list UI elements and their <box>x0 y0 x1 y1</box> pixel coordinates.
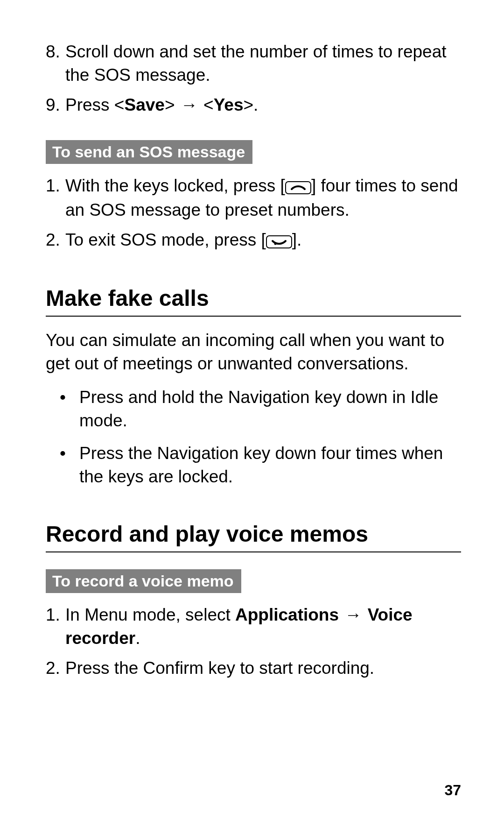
step-text: In Menu mode, select Applications → Voic… <box>65 603 461 650</box>
manual-page: 8. Scroll down and set the number of tim… <box>0 0 504 827</box>
fake-calls-intro: You can simulate an incoming call when y… <box>46 329 461 375</box>
step-number: 1. <box>46 174 65 222</box>
step-number: 2. <box>46 657 65 680</box>
fake-calls-bullets: • Press and hold the Navigation key down… <box>46 386 461 488</box>
bullet-icon: • <box>46 386 79 432</box>
step-text: Scroll down and set the number of times … <box>65 40 461 87</box>
list-item: 9. Press <Save> → <Yes>. <box>46 93 461 117</box>
list-item: 2. To exit SOS mode, press []. <box>46 228 461 253</box>
bullet-text: Press and hold the Navigation key down i… <box>79 386 461 432</box>
svg-point-2 <box>274 243 276 245</box>
arrow-icon: → <box>343 603 363 627</box>
section-title-voice-memos: Record and play voice memos <box>46 521 461 552</box>
prev-steps-list: 8. Scroll down and set the number of tim… <box>46 40 461 117</box>
sub-heading-sos-send: To send an SOS message <box>46 140 252 164</box>
svg-rect-0 <box>286 182 311 194</box>
step-number: 2. <box>46 228 65 253</box>
step-number: 1. <box>46 603 65 650</box>
call-icon <box>285 175 311 198</box>
svg-rect-1 <box>266 236 292 248</box>
list-item: • Press and hold the Navigation key down… <box>46 386 461 432</box>
list-item: 2. Press the Confirm key to start record… <box>46 657 461 680</box>
sos-send-list: 1. With the keys locked, press [] four t… <box>46 174 461 253</box>
page-number: 37 <box>444 782 461 799</box>
bullet-icon: • <box>46 442 79 488</box>
list-item: 1. With the keys locked, press [] four t… <box>46 174 461 222</box>
list-item: 8. Scroll down and set the number of tim… <box>46 40 461 87</box>
section-title-fake-calls: Make fake calls <box>46 285 461 317</box>
sub-heading-record-memo: To record a voice memo <box>46 569 241 593</box>
step-text: With the keys locked, press [] four time… <box>65 174 461 222</box>
voice-memo-list: 1. In Menu mode, select Applications → V… <box>46 603 461 680</box>
list-item: • Press the Navigation key down four tim… <box>46 442 461 488</box>
step-text: To exit SOS mode, press []. <box>65 228 461 253</box>
list-item: 1. In Menu mode, select Applications → V… <box>46 603 461 650</box>
step-text: Press <Save> → <Yes>. <box>65 93 461 117</box>
end-icon <box>266 229 292 253</box>
step-number: 8. <box>46 40 65 87</box>
arrow-icon: → <box>180 93 199 117</box>
step-number: 9. <box>46 93 65 117</box>
step-text: Press the Confirm key to start recording… <box>65 657 461 680</box>
bullet-text: Press the Navigation key down four times… <box>79 442 461 488</box>
